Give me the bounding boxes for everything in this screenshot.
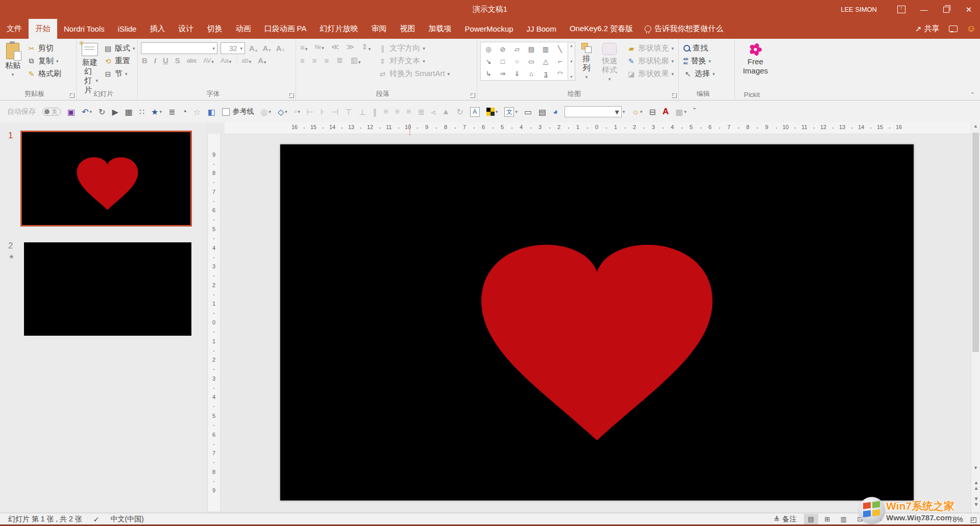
align-left-objects-button[interactable]: ⊢ — [307, 107, 314, 117]
shape-cell[interactable]: ▥ — [540, 45, 551, 53]
replace-button[interactable]: abac替换▾ — [682, 55, 731, 67]
change-picture-button[interactable]: ▦▾ — [675, 107, 687, 117]
grow-font-button[interactable]: A▴ — [248, 44, 258, 53]
justify-button[interactable]: ≣ — [418, 107, 424, 117]
autosave-toggle[interactable]: 关 — [42, 108, 61, 116]
smartart-button[interactable]: ⇄转换为 SmartArt▾ — [377, 67, 451, 80]
horizontal-ruler[interactable]: 1615141312111098765432101234567891011121… — [225, 122, 971, 134]
undo-button[interactable]: ↶▾ — [82, 107, 92, 117]
language-indicator[interactable]: 中文(中国) — [110, 515, 143, 524]
align-text-button[interactable]: ⇕对齐文本▾ — [377, 55, 451, 67]
view-normal-button[interactable]: ▤ — [804, 514, 818, 524]
decrease-indent-button[interactable]: ≪ — [330, 42, 340, 52]
bullets-button[interactable]: ≡▾ — [299, 43, 308, 52]
find-button[interactable]: 查找 — [682, 42, 731, 55]
tab-jjboom[interactable]: JJ Boom — [520, 19, 563, 39]
flip-vertical-button[interactable]: ▲ — [442, 107, 450, 116]
scroll-up-arrow[interactable]: ▲ — [971, 123, 980, 129]
tab-home[interactable]: 开始 — [29, 19, 57, 39]
share-button[interactable]: ↗ 共享 — [915, 24, 940, 34]
distribute-h-button[interactable]: ∥ — [373, 107, 377, 117]
shape-cell[interactable]: ↘ — [483, 58, 494, 65]
wordart-button[interactable]: A — [663, 107, 669, 117]
shape-cell[interactable]: ↳ — [483, 70, 494, 78]
close-button[interactable]: ✕ — [958, 0, 980, 19]
notes-button[interactable]: ≜ 备注 — [774, 515, 797, 524]
view-reading-button[interactable]: ▥ — [837, 514, 851, 524]
previous-slide-button[interactable]: ▲▲ — [971, 480, 980, 491]
shape-cell[interactable]: ○ — [511, 58, 523, 65]
tab-pocket-animation[interactable]: 口袋动画 PA — [257, 19, 313, 39]
font-name-combo[interactable]: ▾ — [141, 42, 217, 54]
shape-cell[interactable]: ◠ — [554, 70, 566, 78]
tab-view[interactable]: 视图 — [394, 19, 422, 39]
select-button[interactable]: ↖选择▾ — [682, 67, 731, 80]
rotate-object-button[interactable]: ↻ — [456, 107, 463, 117]
paragraph-dialog-launcher[interactable] — [470, 93, 475, 98]
align-bottom-objects-button[interactable]: ⊥ — [359, 107, 366, 117]
tab-review[interactable]: 审阅 — [365, 19, 394, 39]
comments-icon[interactable] — [949, 26, 958, 32]
font-dialog-launcher[interactable] — [289, 93, 294, 98]
insert-image-button[interactable]: ◧ — [207, 107, 215, 117]
slide-thumbnail-1[interactable] — [20, 131, 192, 227]
picture-effects-button[interactable]: ☼▾ — [631, 107, 642, 116]
scrollbar-thumb[interactable] — [972, 133, 979, 352]
align-top-objects-button[interactable]: ⊤ — [345, 107, 352, 117]
shape-cell[interactable]: ⌂ — [526, 70, 537, 78]
reset-button[interactable]: ⟲重置 — [102, 55, 137, 67]
shape-cell[interactable]: ▤ — [526, 45, 537, 53]
shape-cell[interactable]: □ — [497, 58, 508, 65]
highlight-color-button[interactable]: ab▾ — [237, 57, 252, 64]
slide-canvas[interactable] — [280, 144, 914, 500]
bold-button[interactable]: B — [141, 56, 149, 65]
style-combo[interactable]: ▾▾ — [565, 106, 625, 117]
save-button[interactable]: ▣ — [67, 107, 75, 117]
shape-fill-button[interactable]: ▰形状填充▾ — [625, 42, 675, 55]
align-left-button[interactable]: ≡ — [299, 56, 306, 65]
shape-cell[interactable]: ʓ — [540, 70, 551, 78]
tab-addins[interactable]: 加载项 — [422, 19, 458, 39]
clear-formatting-button[interactable]: A◊ — [275, 44, 285, 53]
shape-cell[interactable]: ◎ — [483, 45, 494, 53]
shape-effects-button[interactable]: ◪形状效果▾ — [625, 67, 675, 80]
new-slide-button[interactable]: 新建 幻灯片▾ — [80, 42, 100, 95]
arrange-button[interactable]: 排列 ▾ — [579, 42, 594, 85]
columns-button[interactable]: ▥▾ — [350, 56, 362, 65]
shape-outline-button[interactable]: ✎形状轮廓▾ — [625, 55, 675, 67]
collapse-ribbon-button[interactable]: ⌃ — [970, 91, 975, 98]
free-images-button[interactable]: Free Images — [738, 42, 773, 77]
style-combo[interactable]: ▾ — [565, 106, 622, 117]
notes-page-button[interactable]: ▤ — [538, 107, 546, 117]
font-size-combo[interactable]: 32▾ — [220, 42, 245, 54]
text-direction-button[interactable]: ∥文字方向▾ — [377, 42, 451, 55]
repeat-button[interactable]: ↻ — [99, 107, 105, 117]
vertical-ruler[interactable]: 9876543210123456789 — [207, 134, 220, 511]
align-center-objects-button[interactable]: ⊦ — [321, 107, 325, 117]
tab-nordri-tools[interactable]: Nordri Tools — [57, 19, 111, 39]
line-spacing-button[interactable]: ⇕▾ — [360, 42, 372, 52]
flowchart-button[interactable]: ⊟ — [649, 107, 656, 117]
shape-cell[interactable]: ╲ — [554, 45, 566, 53]
shape-cell[interactable]: ⌐ — [554, 58, 566, 65]
text-align-right-button[interactable]: ≡ — [406, 107, 411, 116]
drawing-dialog-launcher[interactable] — [672, 93, 677, 98]
tab-slideshow[interactable]: 幻灯片放映 — [313, 19, 365, 39]
shape-cell[interactable]: ▱ — [511, 45, 523, 53]
tab-insert[interactable]: 插入 — [143, 19, 172, 39]
tab-design[interactable]: 设计 — [172, 19, 200, 39]
scroll-down-arrow[interactable]: ▼ — [971, 465, 980, 470]
quick-styles-button[interactable]: 快速样式 ▾ — [598, 42, 621, 85]
tab-transitions[interactable]: 切换 — [200, 19, 229, 39]
tell-me-box[interactable]: 告诉我你想要做什么 — [640, 19, 728, 39]
slide-thumbnail-2[interactable] — [24, 242, 191, 336]
numbering-button[interactable]: №▾ — [313, 43, 325, 51]
paste-button[interactable]: 粘贴 ▾ — [3, 42, 22, 80]
shadow-button[interactable]: S — [174, 56, 181, 65]
ribbon-display-options-button[interactable]: ↑ — [890, 0, 913, 19]
chart-button[interactable]: ◕ — [553, 107, 558, 116]
slide-thumbnail-pane[interactable]: 1 2 ★ — [0, 122, 206, 513]
merge-shapes-button[interactable]: ◎▾ — [261, 107, 272, 117]
tab-animations[interactable]: 动画 — [229, 19, 257, 39]
section-dots-button[interactable]: ∷ — [139, 107, 144, 117]
